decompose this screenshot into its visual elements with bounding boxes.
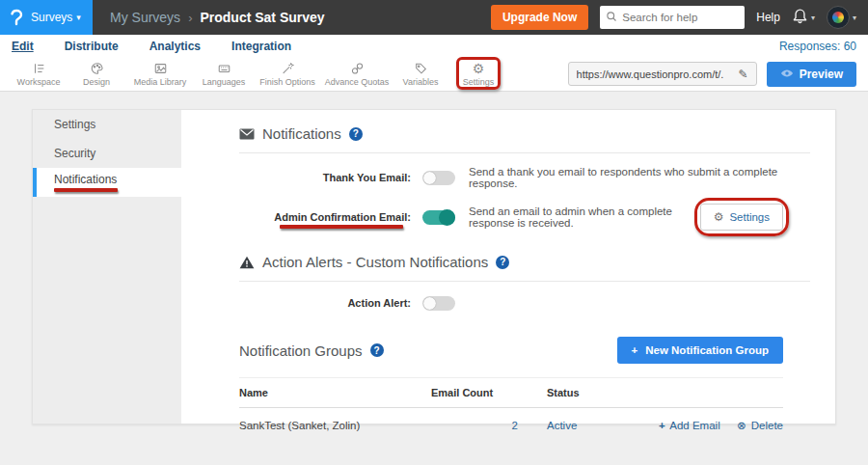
action-alert-label: Action Alert: <box>239 297 411 309</box>
toolbar-label: Advance Quotas <box>325 77 390 87</box>
annotation-admin-email-underline <box>280 225 403 229</box>
help-icon[interactable]: ? <box>496 256 509 269</box>
survey-url-input[interactable] <box>577 68 731 80</box>
admin-email-settings-wrap: ⚙ Settings <box>700 204 783 231</box>
search-icon <box>606 9 617 26</box>
table-row: SankTest (Sanket, Zolin) 2 Active + Add … <box>239 408 783 444</box>
annotation-notifications-underline <box>54 188 118 192</box>
tab-integration[interactable]: Integration <box>231 40 291 53</box>
action-alert-toggle[interactable] <box>422 296 455 311</box>
top-header: Surveys ▾ My Surveys › Product Sat Surve… <box>0 0 868 35</box>
tag-icon <box>414 62 428 76</box>
divider <box>239 281 810 282</box>
bell-icon <box>792 8 808 27</box>
sidebar-item-label: Settings <box>54 118 181 131</box>
section-title-text: Notification Groups <box>239 342 363 359</box>
status-cell: Active <box>518 408 624 444</box>
section-title-text: Action Alerts - Custom Notifications <box>262 254 488 270</box>
toolbar-label: Workspace <box>17 77 61 87</box>
surveys-product-switcher[interactable]: Surveys ▾ <box>0 0 93 35</box>
label-text: Admin Confirmation Email: <box>274 211 411 223</box>
sidebar-item-security[interactable]: Security <box>33 139 181 168</box>
settings-card: Settings Security Notifications Notifica… <box>32 109 836 424</box>
plus-icon: + <box>659 420 665 431</box>
toolbar-label: Variables <box>403 77 439 87</box>
help-icon[interactable]: ? <box>370 343 384 357</box>
tab-distribute[interactable]: Distribute <box>65 40 119 53</box>
envelope-icon <box>239 128 255 140</box>
toolbar-advance-quotas[interactable]: Advance Quotas <box>322 57 392 92</box>
thank-you-email-description: Send a thank you email to respondents wh… <box>469 166 810 189</box>
account-menu[interactable]: ▾ <box>827 6 856 29</box>
chevron-down-icon: ▾ <box>811 14 815 22</box>
notification-groups-header: Notification Groups ? + New Notification… <box>239 337 810 364</box>
toolbar-media-library[interactable]: Media Library <box>125 57 195 92</box>
toolbar-design[interactable]: Design <box>68 57 125 92</box>
sidebar-item-label: Security <box>54 147 181 160</box>
new-group-label: New Notification Group <box>645 344 769 356</box>
help-search-input[interactable] <box>622 12 733 23</box>
status-link[interactable]: Active <box>547 420 577 431</box>
preview-label: Preview <box>800 68 843 81</box>
upgrade-now-button[interactable]: Upgrade Now <box>491 5 588 30</box>
admin-email-settings-button[interactable]: ⚙ Settings <box>700 204 783 231</box>
workspace-icon <box>32 62 46 76</box>
gear-icon: ⚙ <box>714 210 724 224</box>
palette-icon <box>90 62 104 76</box>
delete-link[interactable]: ⊗ Delete <box>737 420 783 431</box>
help-link[interactable]: Help <box>756 11 780 24</box>
tab-analytics[interactable]: Analytics <box>149 40 201 53</box>
toolbar-label: Design <box>83 77 110 87</box>
survey-url-box[interactable]: ✎ <box>568 62 757 86</box>
preview-button[interactable]: Preview <box>767 62 856 87</box>
chevron-down-icon: ▾ <box>76 13 81 22</box>
help-search-box[interactable] <box>600 6 745 29</box>
notification-groups-title: Notification Groups ? <box>239 342 384 359</box>
admin-confirmation-email-description: Send an email to admin when a complete r… <box>469 205 700 229</box>
edit-toolbar: Workspace Design Media Library Languages… <box>0 57 868 92</box>
eye-icon <box>780 68 794 81</box>
tab-edit[interactable]: Edit <box>12 40 34 53</box>
section-title-text: Notifications <box>262 125 341 142</box>
actions-cell: + Add Email ⊗ Delete <box>624 408 783 444</box>
warning-triangle-icon <box>239 256 255 269</box>
email-count-link[interactable]: 2 <box>512 420 518 431</box>
gear-icon: ⚙ <box>473 62 485 76</box>
breadcrumb-my-surveys[interactable]: My Surveys <box>110 10 180 25</box>
admin-confirmation-email-label: Admin Confirmation Email: <box>239 211 411 223</box>
toolbar-settings[interactable]: ⚙ Settings <box>449 57 507 92</box>
admin-confirmation-email-toggle[interactable] <box>422 210 455 225</box>
column-header-status: Status <box>518 378 624 408</box>
surveys-menu-label: Surveys <box>31 11 72 24</box>
responses-count[interactable]: Responses: 60 <box>779 40 856 53</box>
notifications-bell-menu[interactable]: ▾ <box>792 8 815 27</box>
notifications-section-title: Notifications ? <box>239 125 810 142</box>
add-email-link[interactable]: + Add Email <box>659 420 720 431</box>
survey-nav: Edit Distribute Analytics Integration Re… <box>0 35 868 57</box>
thank-you-email-toggle[interactable] <box>422 171 455 185</box>
settings-sidebar: Settings Security Notifications <box>33 110 181 424</box>
email-count-cell: 2 <box>431 408 518 444</box>
keyboard-icon <box>217 62 231 76</box>
toolbar-right: ✎ Preview <box>568 62 868 87</box>
sidebar-item-settings[interactable]: Settings <box>33 110 181 139</box>
sidebar-item-notifications[interactable]: Notifications <box>33 168 181 197</box>
help-icon[interactable]: ? <box>349 127 363 141</box>
toolbar-variables[interactable]: Variables <box>392 57 449 92</box>
column-header-name: Name <box>239 378 431 408</box>
breadcrumb-current-survey: Product Sat Survey <box>200 10 324 25</box>
magic-wand-icon <box>281 62 295 76</box>
avatar <box>827 6 850 29</box>
edit-url-pencil-icon[interactable]: ✎ <box>739 68 748 81</box>
new-notification-group-button[interactable]: + New Notification Group <box>617 337 784 364</box>
admin-confirmation-email-row: Admin Confirmation Email: Send an email … <box>239 204 810 231</box>
toolbar-languages[interactable]: Languages <box>195 57 253 92</box>
surveys-menu[interactable]: Surveys ▾ <box>31 11 81 24</box>
plus-icon: + <box>632 344 638 356</box>
toolbar-label: Languages <box>203 77 246 87</box>
notification-groups-table: Name Email Count Status SankTest (Sanket… <box>239 377 783 443</box>
toolbar-label: Settings <box>463 77 495 87</box>
toolbar-finish-options[interactable]: Finish Options <box>253 57 322 92</box>
toolbar-label: Media Library <box>134 77 187 87</box>
toolbar-workspace[interactable]: Workspace <box>10 57 68 92</box>
